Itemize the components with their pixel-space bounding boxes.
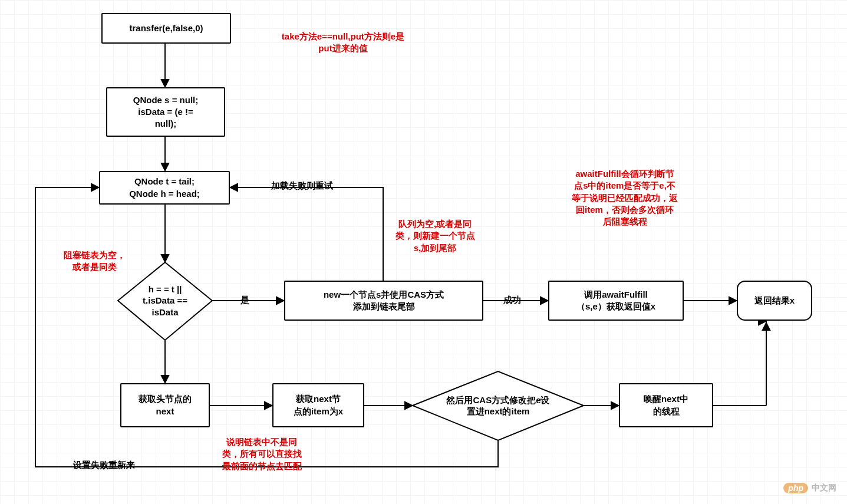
note-block-empty: 阻塞链表为空， 或者是同类 bbox=[53, 249, 136, 274]
node-await: 调用awaitFulfill （s,e）获取返回值x bbox=[548, 281, 684, 321]
note-queue-empty: 队列为空,或者是同 类，则新建一个节点 s,加到尾部 bbox=[376, 218, 494, 254]
edge-label-retry: 加载失败则重试 bbox=[271, 180, 333, 192]
node-init: QNode s = null; isData = (e != null); bbox=[106, 87, 225, 137]
edge-label-yes: 是 bbox=[240, 295, 249, 306]
node-th: QNode t = tail; QNode h = head; bbox=[99, 171, 230, 205]
decision-cond-text: h = = t || t.isData == isData bbox=[123, 282, 207, 319]
note-not-same: 说明链表中不是同 类，所有可以直接找 最前面的节点去匹配 bbox=[203, 436, 321, 472]
node-return: 返回结果x bbox=[737, 281, 812, 321]
watermark-brand: php bbox=[783, 483, 808, 493]
decision-cas-text: 然后用CAS方式修改把e设 置进next的item bbox=[424, 392, 572, 419]
node-get-head-next: 获取头节点的 next bbox=[120, 383, 210, 427]
edge-label-success: 成功 bbox=[503, 295, 521, 306]
watermark: php 中文网 bbox=[783, 483, 836, 493]
node-get-next-item: 获取next节 点的item为x bbox=[272, 383, 364, 427]
edge-label-retry2: 设置失败重新来 bbox=[73, 460, 135, 471]
flowchart-canvas: transfer(e,false,0) QNode s = null; isDa… bbox=[0, 0, 847, 504]
node-transfer: transfer(e,false,0) bbox=[101, 13, 231, 44]
note-take-put: take方法e==null,put方法则e是 put进来的值 bbox=[255, 31, 431, 55]
node-new: new一个节点s并使用CAS方式 添加到链表尾部 bbox=[284, 281, 483, 321]
watermark-text: 中文网 bbox=[812, 483, 836, 493]
node-wake: 唤醒next中 的线程 bbox=[619, 383, 713, 427]
note-await: awaitFulfill会循环判断节 点s中的item是否等于e,不 等于说明已… bbox=[548, 168, 701, 228]
